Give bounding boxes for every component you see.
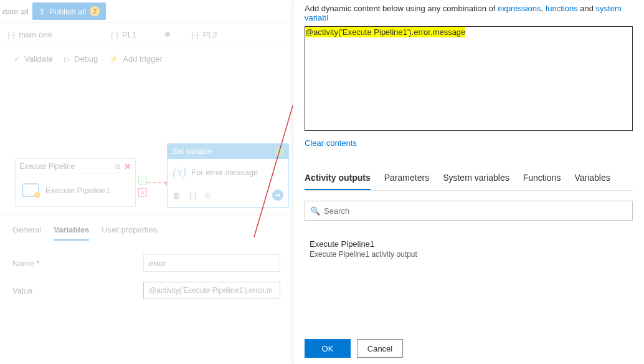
functions-link[interactable]: functions [546, 4, 578, 13]
success-connector-icon[interactable]: ✓ [138, 176, 147, 184]
form-row-value: Value @activity('Execute Pipeline1').err… [12, 277, 280, 304]
result-subtitle: Execute Pipeline1 activity output [310, 250, 628, 259]
search-input[interactable] [324, 206, 627, 216]
dynamic-content-help: Add dynamic content below using any comb… [305, 4, 633, 22]
value-label: Value [12, 286, 143, 295]
failure-link-arrow-icon [147, 182, 167, 183]
bottom-panel: General Variables User properties Name *… [0, 214, 293, 313]
expression-builder-panel: Add dynamic content below using any comb… [293, 0, 644, 364]
activity-body: x For error message [168, 159, 288, 186]
set-variable-activity[interactable]: Set variable x For error message 🗑 { } ⎘… [167, 143, 289, 208]
ok-button[interactable]: OK [305, 339, 351, 358]
activity-output-list: Execute Pipeline1 Execute Pipeline1 acti… [305, 233, 633, 265]
tab-main-one[interactable]: {·} main one [0, 22, 60, 46]
canvas-toolbar: ✓Validate ▷Debug ⚡Add trigger [0, 46, 293, 71]
tab-label: main one [19, 30, 52, 39]
pipeline-tabs-row: {·} main one {·} PL1 {·} PL2 [0, 22, 293, 46]
trash-icon[interactable]: 🗑 [173, 191, 181, 200]
execute-pipeline-activity[interactable]: Execute Pipeline ⧉ ✕ Execute Pipeline1 [15, 158, 136, 207]
pipeline-canvas[interactable]: Execute Pipeline ⧉ ✕ Execute Pipeline1 ✓… [0, 71, 293, 208]
activity-type-label: Set variable [173, 147, 212, 156]
panel-footer: OK Cancel [305, 339, 403, 358]
bottom-tabs: General Variables User properties [0, 215, 293, 241]
tab-label: PL1 [122, 30, 136, 39]
left-panel: date all ⇧ Publish all 7 {·} main one {·… [0, 0, 293, 364]
expressions-link[interactable]: expressions [498, 4, 541, 13]
upload-icon: ⇧ [39, 7, 45, 16]
external-link-icon[interactable]: ⧉ [115, 162, 120, 171]
validate-button[interactable]: ✓Validate [14, 54, 53, 64]
run-arrow-icon[interactable]: ➔ [272, 189, 283, 201]
pipeline-icon: {·} [111, 30, 118, 39]
tab-parameters[interactable]: Parameters [384, 166, 429, 190]
cancel-button[interactable]: Cancel [357, 339, 403, 358]
search-icon: 🔍 [310, 206, 320, 216]
variables-form: Name * Value @activity('Execute Pipeline… [0, 241, 293, 313]
braces-icon[interactable]: { } [189, 191, 197, 200]
date-all-label: date all [2, 7, 29, 16]
tab-label: PL2 [203, 30, 217, 39]
lightning-icon: ⚡ [109, 54, 119, 64]
publish-all-label: Publish all [49, 7, 86, 16]
result-title: Execute Pipeline1 [310, 239, 628, 249]
tab-variables[interactable]: Variables [54, 220, 89, 241]
copy-icon[interactable]: ⎘ [206, 191, 211, 200]
activity-type-label: Execute Pipeline [19, 162, 75, 171]
topbar: date all ⇧ Publish all 7 [0, 0, 293, 22]
pipeline-icon: {·} [7, 30, 15, 39]
debug-button[interactable]: ▷Debug [64, 54, 98, 64]
tab-general[interactable]: General [12, 220, 41, 241]
search-box[interactable]: 🔍 [305, 201, 633, 221]
value-expression-box[interactable]: @activity('Execute Pipeline1').error.m [143, 282, 280, 299]
builder-tabs: Activity outputs Parameters System varia… [305, 166, 633, 191]
activity-header: Execute Pipeline ⧉ ✕ [16, 159, 135, 174]
failure-connector-icon[interactable]: ✕ [138, 188, 147, 197]
activity-body: Execute Pipeline1 [16, 174, 135, 206]
expression-text: @activity('Execute Pipeline1').error.mes… [305, 27, 465, 37]
expression-editor[interactable]: @activity('Execute Pipeline1').error.mes… [305, 26, 633, 131]
publish-count-badge: 7 [90, 6, 100, 16]
activity-footer: 🗑 { } ⎘ ➔ [168, 186, 288, 207]
form-row-name: Name * [12, 249, 280, 277]
activity-name-label: Execute Pipeline1 [45, 186, 110, 195]
tab-system-variables[interactable]: System variables [443, 166, 509, 190]
pipeline-activity-icon [22, 183, 39, 197]
pipeline-icon: {·} [191, 30, 199, 39]
tab-user-properties[interactable]: User properties [102, 220, 157, 241]
publish-all-button[interactable]: ⇧ Publish all 7 [32, 2, 106, 20]
add-trigger-button[interactable]: ⚡Add trigger [109, 54, 163, 64]
clear-contents-link[interactable]: Clear contents [305, 138, 357, 148]
variable-fx-icon: x [173, 165, 186, 180]
tab-activity-outputs[interactable]: Activity outputs [305, 166, 371, 190]
tab-pl2[interactable]: {·} PL2 [184, 22, 224, 46]
activity-name-label: For error message [191, 168, 258, 177]
check-icon: ✓ [14, 54, 21, 64]
tab-pl1[interactable]: {·} PL1 [103, 22, 178, 46]
name-input[interactable] [143, 254, 280, 272]
modified-dot-icon [165, 32, 170, 37]
delete-icon[interactable]: ✕ [124, 161, 131, 171]
play-icon: ▷ [64, 54, 70, 64]
list-item[interactable]: Execute Pipeline1 Execute Pipeline1 acti… [307, 236, 630, 262]
tab-functions[interactable]: Functions [523, 166, 561, 190]
name-label: Name * [12, 259, 143, 268]
activity-header: Set variable [168, 144, 288, 159]
status-ok-icon [275, 147, 283, 156]
tab-variables[interactable]: Variables [574, 166, 610, 190]
